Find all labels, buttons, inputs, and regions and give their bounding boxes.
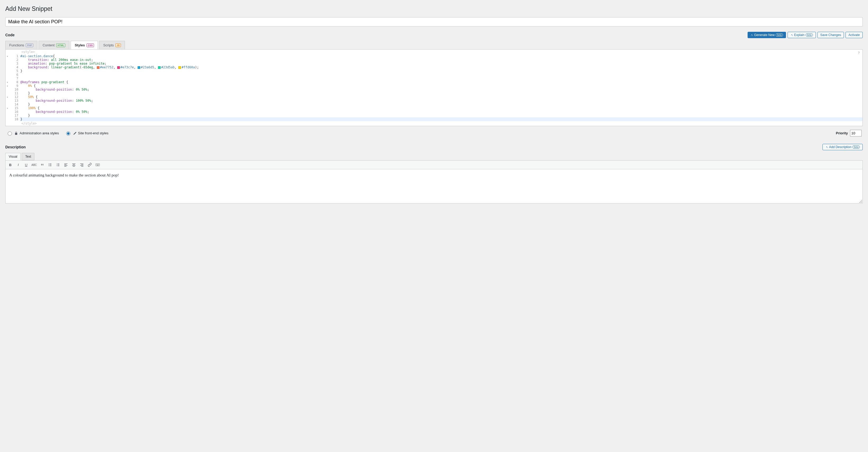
snippet-title-input[interactable] [5,17,863,27]
description-editor[interactable]: A colourful animating background to make… [5,169,863,203]
ordered-list-button[interactable]: 123 [55,162,61,167]
align-center-button[interactable] [71,162,76,167]
scope-front-option[interactable]: Site front-end styles [65,131,108,136]
svg-rect-11 [57,166,59,166]
generate-new-label: Generate New [754,33,775,37]
sparkle-icon [790,34,793,36]
admin-icon [14,132,18,135]
tab-functions[interactable]: Functions PHP [5,41,37,49]
code-section-label: Code [5,33,14,37]
css-badge: CSS [87,44,94,47]
tab-scripts[interactable]: Scripts JS [99,41,125,49]
code-type-tabs: Functions PHP Content HTML Styles CSS Sc… [5,41,863,49]
description-tab-text[interactable]: Text [22,153,34,160]
svg-rect-29 [97,165,99,166]
scope-admin-option[interactable]: Administration area styles [6,131,59,136]
bold-button[interactable]: B [8,162,13,167]
svg-rect-15 [64,166,66,166]
svg-rect-17 [73,165,75,165]
priority-input[interactable] [850,130,862,137]
save-changes-button[interactable]: Save Changes [817,32,844,38]
italic-button[interactable]: I [16,162,21,167]
php-badge: PHP [26,44,33,47]
svg-rect-24 [96,164,100,166]
explain-label: Explain [794,33,805,37]
align-left-button[interactable] [63,162,68,167]
editor-help-icon[interactable]: ? [858,51,860,55]
svg-rect-19 [73,166,75,166]
generate-new-button[interactable]: Generate New beta [748,32,786,38]
priority-label: Priority [836,131,848,135]
svg-rect-22 [80,165,83,166]
blockquote-button[interactable] [39,162,45,167]
scope-admin-label: Administration area styles [20,131,59,135]
svg-rect-13 [64,165,66,165]
strikethrough-button[interactable]: ABC [31,162,37,167]
description-text: A colourful animating background to make… [9,173,119,177]
scope-radio-group: Administration area styles Site front-en… [6,131,108,136]
svg-rect-25 [96,164,97,165]
resize-grip-icon[interactable] [858,199,862,203]
description-section-label: Description [5,145,26,149]
svg-point-0 [49,164,49,164]
svg-rect-5 [50,166,51,166]
svg-point-2 [49,165,49,165]
underline-button[interactable]: U [24,162,29,167]
style-open-tag: <style> [5,50,863,54]
svg-rect-26 [97,164,98,165]
code-action-buttons: Generate New beta Explain beta Save Chan… [748,32,863,38]
svg-text:3: 3 [56,165,57,166]
activate-button[interactable]: Activate [845,32,863,38]
svg-rect-14 [64,165,67,166]
html-badge: HTML [56,44,65,47]
sparkle-icon [826,146,828,148]
beta-badge: beta [852,145,860,149]
style-close-tag: </style> [5,121,863,126]
svg-rect-18 [72,165,75,166]
svg-rect-23 [81,166,83,166]
svg-rect-3 [50,165,51,165]
svg-rect-9 [57,165,59,165]
beta-badge: beta [806,33,813,36]
page-title: Add New Snippet [5,5,863,12]
scope-admin-radio[interactable] [8,132,12,136]
description-tabs: Visual Text [5,153,863,160]
explain-button[interactable]: Explain beta [787,32,816,38]
svg-rect-21 [81,165,83,165]
code-editor[interactable]: ? <style> ▾1#ai-section.dance{ 2 transit… [5,49,863,126]
keyboard-button[interactable] [95,162,100,167]
scope-front-label: Site front-end styles [78,131,108,135]
add-description-button[interactable]: Add Description beta [823,144,863,150]
tab-content[interactable]: Content HTML [39,41,70,49]
svg-point-4 [49,166,49,166]
tab-styles[interactable]: Styles CSS [71,41,98,49]
scope-front-radio[interactable] [66,132,70,136]
unordered-list-button[interactable] [48,162,53,167]
brush-icon [73,132,76,135]
js-badge: JS [115,44,121,47]
sparkle-icon [750,34,753,36]
svg-rect-27 [98,164,98,165]
align-right-button[interactable] [79,162,85,167]
link-button[interactable] [87,162,92,167]
beta-badge: beta [776,33,783,36]
description-tab-visual[interactable]: Visual [5,153,21,160]
svg-rect-28 [99,164,99,165]
description-toolbar: B I U ABC 123 [5,160,863,169]
